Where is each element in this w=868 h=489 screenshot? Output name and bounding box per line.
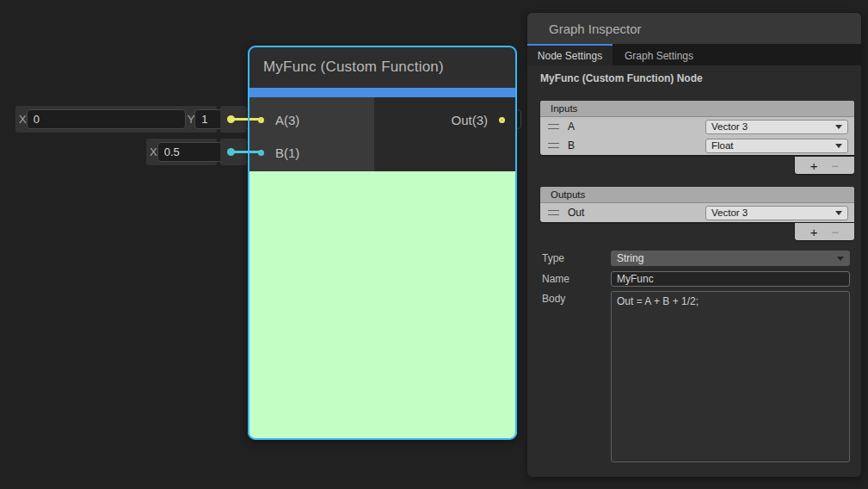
- tab-graph-settings[interactable]: Graph Settings: [613, 44, 705, 65]
- inspector-tabbar: Node Settings Graph Settings: [527, 44, 861, 65]
- node-output-ports: Out(3): [374, 97, 517, 171]
- output-port-out: Out(3): [451, 114, 505, 127]
- output-out-type-value: Vector 3: [711, 207, 748, 218]
- input-b-type-value: Float: [711, 140, 734, 151]
- body-property-row: Body Out = A + B + 1/2;: [542, 291, 850, 462]
- node-settings-heading: MyFunc (Custom Function) Node: [540, 72, 861, 84]
- input-port-a: A(3): [258, 114, 299, 127]
- field-label-y: Y: [188, 113, 195, 126]
- drag-handle-icon[interactable]: [548, 210, 559, 215]
- chevron-down-icon: [837, 257, 844, 261]
- port-a-label: A(3): [275, 113, 299, 127]
- type-property-row: Type String: [542, 251, 850, 266]
- name-label: Name: [542, 271, 611, 287]
- output-out-type-dropdown[interactable]: Vector 3: [705, 206, 848, 220]
- type-label: Type: [542, 251, 611, 266]
- input-a-name: A: [568, 121, 575, 133]
- vector3-value-widget: X Y Z: [15, 106, 217, 133]
- panel-title: Graph Inspector: [549, 22, 642, 36]
- drag-handle-icon[interactable]: [548, 143, 559, 148]
- body-label: Body: [542, 291, 611, 462]
- body-field[interactable]: Out = A + B + 1/2;: [611, 291, 850, 462]
- input-b-type-dropdown[interactable]: Float: [705, 139, 848, 153]
- list-item[interactable]: A Vector 3: [540, 117, 854, 136]
- node-input-ports: A(3) B(1): [248, 97, 374, 171]
- name-property-row: Name: [542, 271, 850, 287]
- field-label-x: X: [19, 113, 27, 126]
- port-out-label: Out(3): [451, 113, 488, 127]
- field-label-x: X: [150, 145, 157, 158]
- edge-float-to-b[interactable]: [229, 151, 262, 153]
- tab-node-settings[interactable]: Node Settings: [527, 44, 613, 65]
- port-b-label: B(1): [275, 145, 299, 160]
- drag-handle-icon[interactable]: [548, 124, 559, 129]
- chevron-down-icon: [835, 144, 842, 148]
- add-input-button[interactable]: +: [810, 159, 818, 172]
- panel-title-bar[interactable]: Graph Inspector: [527, 13, 861, 44]
- outputs-list-header: Outputs: [540, 187, 854, 203]
- type-dropdown[interactable]: String: [611, 251, 850, 266]
- edge-vector3-to-a[interactable]: [229, 118, 262, 121]
- input-a-type-value: Vector 3: [711, 121, 748, 132]
- outputs-list-footer: + −: [795, 223, 854, 240]
- output-out-name: Out: [568, 207, 584, 219]
- inputs-list: Inputs A Vector 3 B Float: [540, 101, 854, 155]
- inputs-list-header: Inputs: [540, 101, 854, 117]
- name-field[interactable]: [611, 271, 850, 287]
- graph-inspector-panel: Graph Inspector Node Settings Graph Sett…: [527, 13, 861, 477]
- input-b-name: B: [568, 139, 575, 152]
- chevron-down-icon: [835, 211, 842, 215]
- input-port-b: B(1): [258, 146, 299, 159]
- add-output-button[interactable]: +: [810, 226, 818, 238]
- node-accent-bar: [248, 88, 517, 97]
- outputs-list: Outputs Out Vector 3: [540, 187, 854, 222]
- remove-output-button[interactable]: −: [832, 226, 840, 238]
- chevron-down-icon: [835, 125, 842, 129]
- node-title-bar[interactable]: MyFunc (Custom Function): [248, 46, 517, 88]
- node-preview: [248, 171, 517, 438]
- port-out-connector-icon[interactable]: [499, 117, 505, 123]
- inputs-list-footer: + −: [795, 157, 854, 174]
- type-value: String: [617, 252, 643, 264]
- x-value-field[interactable]: [27, 109, 186, 129]
- float-value-widget: X: [146, 139, 217, 165]
- custom-function-node[interactable]: MyFunc (Custom Function) A(3) B(1) Out(3…: [248, 46, 517, 440]
- input-a-type-dropdown[interactable]: Vector 3: [705, 120, 848, 134]
- remove-input-button[interactable]: −: [832, 159, 840, 172]
- list-item[interactable]: B Float: [540, 136, 854, 155]
- node-ports-area: A(3) B(1) Out(3): [248, 97, 517, 171]
- list-item[interactable]: Out Vector 3: [540, 203, 854, 222]
- node-title: MyFunc (Custom Function): [263, 59, 444, 76]
